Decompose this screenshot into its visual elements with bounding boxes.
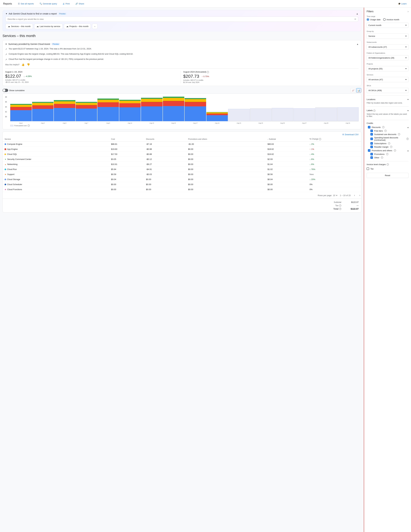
trend-icon-1: ↗ bbox=[5, 48, 7, 51]
other-help-icon[interactable]: ? bbox=[381, 156, 383, 159]
spending-based-checkbox[interactable] bbox=[370, 138, 373, 140]
promo-others-help-icon[interactable]: ? bbox=[394, 149, 396, 152]
folders-select[interactable]: All folders/organizations (28) bbox=[367, 55, 409, 60]
reseller-margin-checkbox[interactable] bbox=[370, 146, 373, 148]
learn-button[interactable]: 🎓 Learn bbox=[397, 2, 408, 6]
service-name-cell: ★ Support bbox=[3, 172, 109, 177]
cumulative-toggle[interactable] bbox=[2, 89, 8, 92]
promotions-chevron-icon[interactable] bbox=[408, 149, 409, 152]
thumbs-down-button[interactable]: 👎 bbox=[27, 63, 30, 66]
other-checkbox[interactable] bbox=[370, 156, 373, 159]
prev-page-button[interactable]: ‹ bbox=[353, 194, 356, 197]
bar-group-6 bbox=[141, 96, 163, 121]
tax-help-icon[interactable]: ? bbox=[339, 204, 341, 207]
share-button[interactable]: 🔗 Share bbox=[74, 2, 85, 6]
filter-divider-3 bbox=[367, 120, 409, 120]
forecast-help-icon[interactable]: ? bbox=[207, 71, 209, 73]
bar-group-1 bbox=[32, 96, 54, 121]
labels-sub: Select the key and values of the labels … bbox=[367, 113, 409, 117]
line-chart-button[interactable]: 📈 bbox=[351, 88, 356, 93]
print-button[interactable]: 🖨 Print bbox=[61, 2, 71, 6]
discounts-help-icon[interactable]: ? bbox=[382, 126, 384, 128]
usage-date-radio[interactable]: Usage date bbox=[367, 18, 381, 21]
promotions-cell: $0.00 bbox=[186, 177, 266, 182]
service-name: Compute Engine bbox=[7, 143, 22, 145]
tab-projects-this-month[interactable]: ☁ Projects – this month bbox=[64, 24, 91, 29]
tab-last-invoice[interactable]: ☁ Last invoice by service bbox=[34, 24, 63, 29]
filters-expand-icon[interactable] bbox=[408, 10, 409, 13]
trend-icon-3: ↗ bbox=[5, 58, 7, 61]
spending-based-item: Spending based discounts (contractual) ? bbox=[367, 136, 409, 142]
services-select[interactable]: All services (47) bbox=[367, 77, 409, 82]
tab-more[interactable]: › bbox=[92, 24, 97, 29]
metric-block-current: August 1–19, 2024 $122.07 ↓ -4.09% inclu… bbox=[5, 71, 181, 83]
metric-change-1: ↓ -4.09% bbox=[24, 75, 32, 77]
discounts-cell: $0.00 bbox=[144, 187, 186, 192]
services-label: Services bbox=[367, 74, 409, 76]
summary-bullet-3: ↗ Cloud Run had the largest percentage c… bbox=[5, 57, 359, 61]
summary-preview-badge: Preview bbox=[51, 43, 60, 45]
collapse-button[interactable]: ▲ bbox=[356, 12, 358, 15]
change-cell: ↓ 6% bbox=[308, 162, 361, 167]
tax-checkbox[interactable] bbox=[367, 168, 369, 170]
projects-select[interactable]: All projects (55) bbox=[367, 66, 409, 71]
subscriptions-checkbox[interactable] bbox=[370, 142, 373, 145]
metric-row-inner-1: $122.07 ↓ -4.09% bbox=[5, 74, 178, 79]
promotions-others-checkbox[interactable] bbox=[368, 149, 370, 152]
invoice-month-radio[interactable]: Invoice month bbox=[383, 18, 399, 21]
spending-help-icon[interactable]: ? bbox=[407, 138, 409, 140]
subtotal-cell: $2.93 bbox=[266, 157, 308, 162]
summary-collapse-button[interactable]: ▲ bbox=[356, 43, 359, 45]
table-row: App Engine $19.60 -$0.98 $0.00 $18.62 ↑ … bbox=[3, 147, 361, 152]
bar-group-15 bbox=[337, 96, 359, 121]
forecasted-indicator: Forecasted cost ? bbox=[10, 124, 359, 127]
current-month-select[interactable]: Current month bbox=[367, 23, 409, 28]
service-cell: Cloud Run bbox=[5, 168, 107, 171]
total-help-icon[interactable]: ? bbox=[339, 208, 341, 210]
reset-button[interactable]: Reset bbox=[367, 173, 409, 178]
change-help-icon[interactable]: ? bbox=[319, 138, 321, 140]
discounts-checkbox[interactable] bbox=[368, 126, 370, 128]
sustained-help-icon[interactable]: ? bbox=[398, 133, 400, 135]
skus-select[interactable]: All SKUs (408) bbox=[367, 88, 409, 93]
group-by-label: Group by bbox=[367, 30, 409, 32]
toggle-knob bbox=[3, 89, 5, 92]
free-tiers-checkbox[interactable] bbox=[370, 130, 373, 132]
download-csv-button[interactable]: ⬇ Download CSV bbox=[342, 133, 359, 136]
promotions-cell: $0.00 bbox=[186, 187, 266, 192]
service-name: Support bbox=[7, 173, 14, 175]
filter-credits: Credits Discounts ? Free tiers ? Sustain… bbox=[367, 122, 409, 159]
service-cell: Cloud Scheduler bbox=[5, 183, 107, 186]
next-page-button[interactable]: › bbox=[358, 194, 361, 197]
locations-collapsible[interactable]: Locations bbox=[367, 98, 409, 101]
rows-dropdown-icon[interactable]: ▾ bbox=[336, 194, 337, 197]
free-tiers-help-icon[interactable]: ? bbox=[384, 130, 387, 132]
labels-help-icon[interactable]: ? bbox=[373, 110, 375, 112]
subtotal-cell: $1.64 bbox=[266, 162, 308, 167]
filter-group-by: Group by Service bbox=[367, 30, 409, 39]
report-tabs: ☁ Services – this month ☁ Last invoice b… bbox=[6, 24, 358, 29]
service-name-cell: ▲ Networking bbox=[3, 162, 109, 167]
promotions-checkbox[interactable] bbox=[370, 153, 373, 155]
labels-collapsible[interactable]: Labels ? bbox=[367, 109, 409, 112]
discounts-chevron-icon[interactable] bbox=[408, 126, 409, 128]
cost-cell: $10.91 bbox=[109, 162, 144, 167]
filter-projects: Projects All projects (55) bbox=[367, 63, 409, 71]
promotions-help-icon[interactable]: ? bbox=[386, 153, 388, 155]
change-value: 0% bbox=[309, 188, 312, 190]
thumbs-up-button[interactable]: 👍 bbox=[21, 63, 25, 66]
tab-services-this-month[interactable]: ☁ Services – this month bbox=[6, 24, 33, 29]
subtotal-cell: $0.00 bbox=[266, 187, 308, 192]
subaccounts-select[interactable]: All subaccounts (27) bbox=[367, 44, 409, 50]
reseller-help-icon[interactable]: ? bbox=[390, 146, 392, 148]
sustained-use-checkbox[interactable] bbox=[370, 133, 373, 135]
subscriptions-help-icon[interactable]: ? bbox=[388, 142, 390, 144]
forecasted-help-icon[interactable]: ? bbox=[28, 124, 30, 127]
see-all-reports-button[interactable]: ☰ See all reports bbox=[17, 2, 35, 6]
filter-divider-1 bbox=[367, 95, 409, 96]
group-by-select[interactable]: Service bbox=[367, 34, 409, 39]
generate-query-button[interactable]: 🔍 Generate query bbox=[38, 2, 58, 6]
invoice-charges-help-icon[interactable]: ? bbox=[387, 163, 389, 166]
gemini-input[interactable] bbox=[8, 18, 353, 20]
bar-chart-button[interactable]: 📊 bbox=[356, 88, 361, 93]
